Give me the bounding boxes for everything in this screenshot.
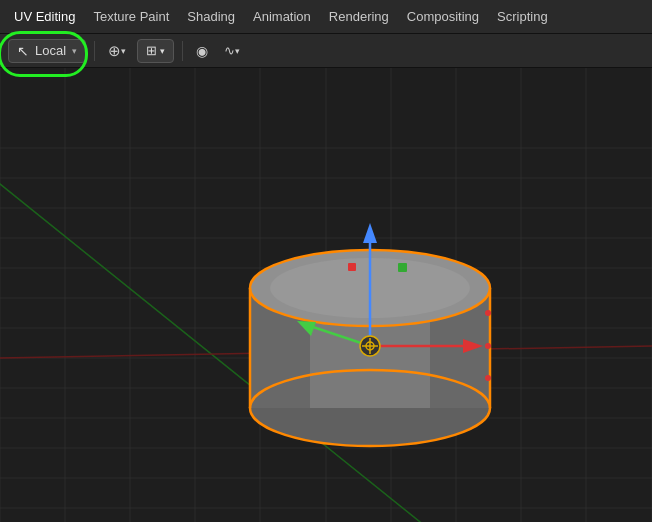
menu-item-shading[interactable]: Shading <box>179 5 243 28</box>
toolbar: ↖ Local ▾ ⊕ ▾ ⊞ ▾ ◉ ∿ ▾ <box>0 34 652 68</box>
menu-item-texture-paint[interactable]: Texture Paint <box>85 5 177 28</box>
proportional-icon: ⊕ <box>108 42 121 60</box>
menu-item-rendering[interactable]: Rendering <box>321 5 397 28</box>
toolbar-separator-1 <box>94 41 95 61</box>
proportional-editing-btn[interactable]: ⊕ ▾ <box>103 39 131 63</box>
svg-point-50 <box>485 343 491 349</box>
menu-item-animation[interactable]: Animation <box>245 5 319 28</box>
menu-item-compositing[interactable]: Compositing <box>399 5 487 28</box>
local-dropdown-wrapper: ↖ Local ▾ <box>8 39 86 63</box>
cursor-icon: ↖ <box>17 43 29 59</box>
scene-svg <box>0 68 652 522</box>
menu-bar: UV Editing Texture Paint Shading Animati… <box>0 0 652 34</box>
snap-chevron: ▾ <box>160 46 165 56</box>
menu-item-uv-editing[interactable]: UV Editing <box>6 5 83 28</box>
local-label: Local <box>35 43 66 58</box>
wave-icon: ∿ <box>224 43 235 58</box>
chevron-icon-proportional: ▾ <box>121 46 126 56</box>
viewport[interactable] <box>0 68 652 522</box>
local-dropdown[interactable]: ↖ Local ▾ <box>8 39 86 63</box>
wave-btn[interactable]: ∿ ▾ <box>219 39 245 63</box>
toolbar-separator-2 <box>182 41 183 61</box>
pivot-btn[interactable]: ◉ <box>191 39 213 63</box>
circle-dot-icon: ◉ <box>196 43 208 59</box>
menu-item-scripting[interactable]: Scripting <box>489 5 556 28</box>
svg-rect-47 <box>348 263 356 271</box>
svg-point-51 <box>485 375 491 381</box>
snap-icon: ⊞ <box>146 43 157 58</box>
svg-rect-48 <box>398 263 407 272</box>
svg-point-49 <box>485 310 491 316</box>
snap-btn[interactable]: ⊞ ▾ <box>137 39 174 63</box>
chevron-down-icon: ▾ <box>72 46 77 56</box>
wave-chevron: ▾ <box>235 46 240 56</box>
